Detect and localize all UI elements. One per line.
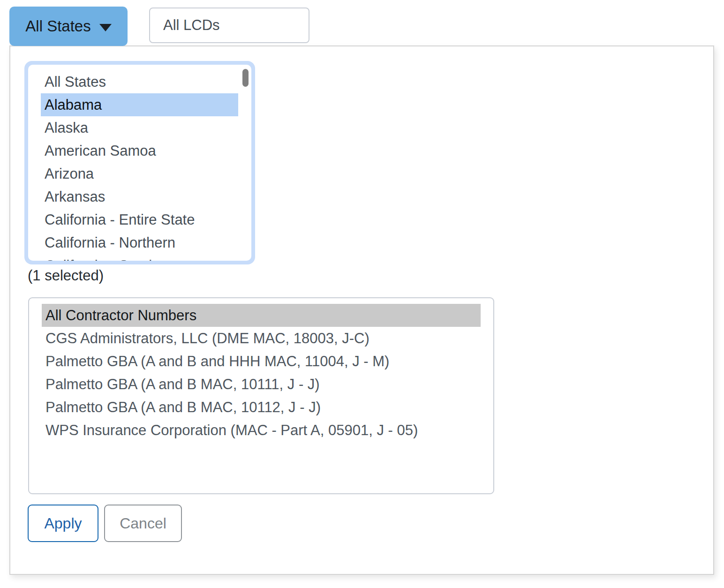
state-option[interactable]: Alaska [41, 116, 238, 139]
state-option[interactable]: Arizona [41, 162, 238, 185]
states-listbox[interactable]: All StatesAlabamaAlaskaAmerican SamoaAri… [28, 65, 251, 261]
contractor-option[interactable]: CGS Administrators, LLC (DME MAC, 18003,… [42, 327, 481, 350]
contractor-option[interactable]: WPS Insurance Corporation (MAC - Part A,… [42, 419, 481, 442]
action-buttons: Apply Cancel [28, 505, 182, 542]
state-option[interactable]: Arkansas [41, 185, 238, 208]
lcd-filter-select[interactable]: All LCDs [149, 8, 309, 43]
state-option[interactable]: California - Southern [41, 254, 238, 261]
contractor-option[interactable]: Palmetto GBA (A and B and HHH MAC, 11004… [42, 350, 481, 373]
state-option[interactable]: California - Entire State [41, 208, 238, 231]
state-option[interactable]: All States [41, 70, 238, 93]
contractor-option[interactable]: All Contractor Numbers [42, 304, 481, 327]
contractor-option[interactable]: Palmetto GBA (A and B MAC, 10112, J - J) [42, 396, 481, 419]
contractor-listbox[interactable]: All Contractor NumbersCGS Administrators… [28, 297, 494, 494]
states-dropdown-panel: All StatesAlabamaAlaskaAmerican SamoaAri… [9, 45, 714, 575]
states-dropdown-label: All States [25, 17, 90, 35]
apply-button[interactable]: Apply [28, 505, 98, 542]
state-option[interactable]: Alabama [41, 93, 238, 116]
cancel-button[interactable]: Cancel [104, 505, 182, 542]
chevron-down-icon [99, 24, 112, 31]
state-option[interactable]: American Samoa [41, 139, 238, 162]
lcd-filter-widget: All States All LCDs All StatesAlabamaAla… [0, 0, 724, 588]
states-dropdown-button[interactable]: All States [9, 7, 128, 46]
state-option[interactable]: California - Northern [41, 231, 238, 254]
lcd-filter-value: All LCDs [163, 17, 220, 34]
selection-status: (1 selected) [28, 265, 104, 286]
contractor-option[interactable]: Palmetto GBA (A and B MAC, 10111, J - J) [42, 373, 481, 396]
scrollbar-thumb[interactable] [242, 69, 249, 87]
states-listbox-focus-ring: All StatesAlabamaAlaskaAmerican SamoaAri… [24, 61, 255, 264]
